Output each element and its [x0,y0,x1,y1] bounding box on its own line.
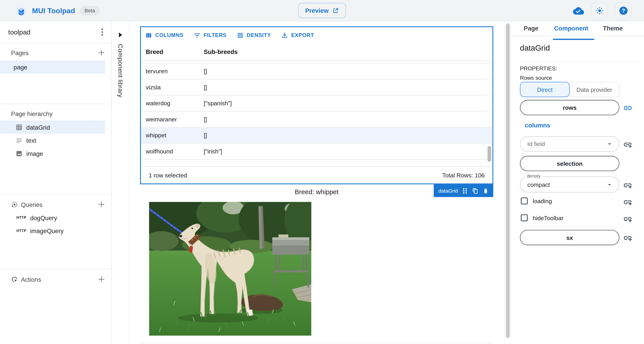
page-item-label: page [14,64,27,71]
table-row[interactable]: tervuren [] [141,63,492,80]
hierarchy-item-datagrid[interactable]: dataGrid [0,120,105,134]
toolpad-editor: MUI Toolpad Beta Preview [0,0,644,344]
hierarchy-item-image[interactable]: image [0,147,105,160]
hidetoolbar-binding-slot[interactable] [622,214,632,224]
density-field-label: density [525,174,542,179]
hierarchy-section-header: Page hierarchy [0,108,111,119]
table-row[interactable]: wolfhound ["irish"] [141,143,492,160]
columns-property-link[interactable]: columns [525,122,550,129]
datagrid-scrollbar-thumb[interactable] [488,146,491,162]
toolbar-button-label: DENSITY [247,32,271,38]
loading-property-row: loading [521,198,552,205]
hierarchy-item-label: text [26,137,36,144]
rows-source-label: Rows source [520,75,552,81]
datagrid-component[interactable]: COLUMNS FILTERS DENSITY [140,27,493,184]
cell-subbreeds: [] [204,132,492,139]
cell-subbreeds: [] [204,116,492,122]
filters-toolbar-button[interactable]: FILTERS [193,32,226,39]
text-component[interactable]: Breed: whippet [140,188,493,196]
sidebar-item-page[interactable]: page [0,61,105,74]
export-toolbar-button[interactable]: EXPORT [281,32,314,39]
canvas-scrollbar-thumb[interactable] [506,24,510,338]
id-field-binding-slot[interactable] [622,139,632,149]
page-canvas[interactable]: COLUMNS FILTERS DENSITY [130,22,504,344]
toggle-data-provider[interactable]: Data provider [570,82,620,97]
tab-component[interactable]: Component [554,25,588,32]
hidetoolbar-checkbox[interactable] [521,214,528,221]
preview-button[interactable]: Preview [298,3,346,18]
help-glyph: ? [622,8,625,14]
tab-page[interactable]: Page [524,25,538,32]
component-library-panel[interactable]: Component library [112,22,130,344]
query-item-imagequery[interactable]: HTTP imageQuery [0,225,105,237]
toggle-direct[interactable]: Direct [520,82,570,97]
cell-subbreeds: ["irish"] [204,148,492,154]
add-link-icon [623,233,632,243]
datagrid-header-row: Breed Sub-breeds [141,43,492,61]
loading-checkbox[interactable] [521,198,528,205]
actions-section-header: Actions [0,273,111,285]
image-component[interactable] [149,202,312,336]
datagrid-footer: 1 row selected Total Rows: 106 [141,166,492,184]
cell-breed: wolfhound [141,148,204,154]
help-button[interactable]: ? [615,2,632,19]
pages-title: Pages [11,49,28,56]
add-link-icon [623,214,632,224]
sidebar-divider [0,104,112,104]
columns-icon [145,32,152,39]
text-icon [16,137,22,144]
table-row[interactable]: weimaraner [] [141,111,492,128]
hierarchy-item-text[interactable]: text [0,134,105,147]
rows-property-button[interactable]: rows [520,100,619,115]
table-row-selected[interactable]: whippet [] [141,127,492,143]
columns-toolbar-button[interactable]: COLUMNS [145,32,183,39]
mui-toolpad-logo-icon [15,5,27,17]
link-icon [623,103,632,112]
app-title: MUI Toolpad [32,6,75,15]
add-action-button[interactable] [96,274,106,284]
loading-binding-slot[interactable] [622,197,632,207]
component-name-heading: dataGrid [520,44,550,53]
cell-subbreeds: ["spanish"] [204,100,492,106]
inspector-tabs: Page Component Theme [511,25,644,36]
loading-label: loading [533,198,552,204]
filter-icon [193,32,200,39]
density-select[interactable]: compact [520,177,619,193]
inspector-divider [520,61,637,61]
column-header-subbreeds[interactable]: Sub-breeds [204,48,492,55]
rows-binding-slot[interactable] [622,103,632,113]
query-item-dogquery[interactable]: HTTP dogQuery [0,212,105,223]
toolbar-button-label: EXPORT [291,32,314,38]
column-header-breed[interactable]: Breed [141,48,204,55]
plus-icon [97,275,106,283]
sx-property-button[interactable]: sx [520,230,619,245]
chevron-down-icon [606,181,613,188]
sx-binding-slot[interactable] [622,233,632,243]
plus-icon [97,200,106,209]
active-tab-indicator [553,39,594,40]
rows-source-toggle: Direct Data provider [520,82,619,97]
theme-toggle-button[interactable] [591,2,608,19]
table-row[interactable]: vizsla [] [141,79,492,95]
add-page-button[interactable] [96,48,106,58]
id-field-select[interactable]: Id field [520,136,619,152]
tab-theme[interactable]: Theme [603,25,623,32]
density-value: compact [527,181,550,188]
add-link-icon [623,140,632,149]
chevron-right-icon[interactable] [118,32,122,38]
kebab-menu-icon[interactable] [102,29,103,36]
canvas-scrollbar[interactable] [504,22,511,344]
density-toolbar-button[interactable]: DENSITY [236,32,271,39]
density-binding-slot[interactable] [622,180,632,190]
add-link-icon [623,180,632,190]
selection-property-button[interactable]: selection [520,156,619,171]
table-row[interactable]: waterdog ["spanish"] [141,95,492,111]
add-query-button[interactable] [96,200,106,209]
query-item-label: imageQuery [30,227,64,234]
queries-section-header: Queries [0,199,111,210]
actions-icon [11,276,18,283]
brand: MUI Toolpad Beta [15,0,100,22]
cell-breed: waterdog [141,100,204,106]
sidebar-divider [0,194,112,195]
hierarchy-title: Page hierarchy [11,110,52,117]
